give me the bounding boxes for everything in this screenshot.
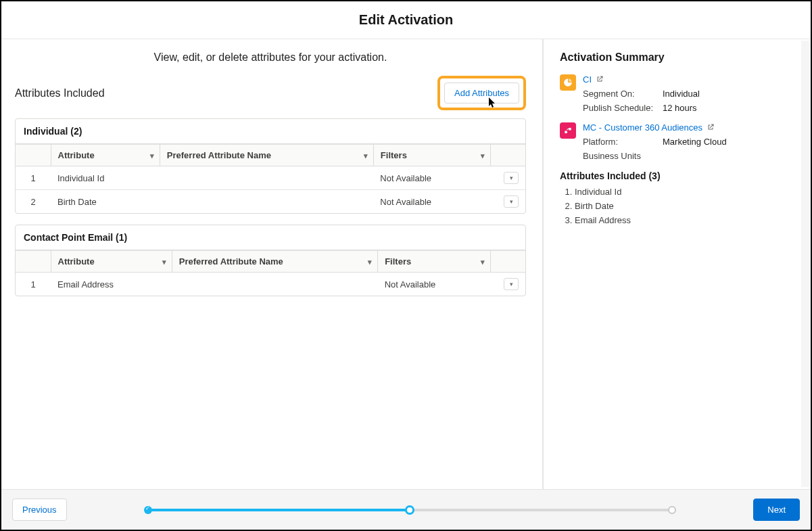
row-actions-menu[interactable]: ▾ xyxy=(504,195,519,208)
group-title: Individual (2) xyxy=(16,119,525,144)
ci-link[interactable]: CI xyxy=(583,74,604,85)
progress-indicator xyxy=(148,505,673,515)
chevron-down-icon[interactable]: ▾ xyxy=(162,257,166,266)
col-num xyxy=(16,145,51,166)
scrollbar[interactable] xyxy=(801,41,809,487)
attr-filters: Not Available xyxy=(378,273,490,296)
col-filters-label: Filters xyxy=(381,150,407,160)
publish-schedule-label: Publish Schedule: xyxy=(583,103,663,113)
chevron-down-icon[interactable]: ▾ xyxy=(481,257,485,266)
publish-schedule-value: 12 hours xyxy=(663,103,697,113)
row-actions-menu[interactable]: ▾ xyxy=(504,172,519,184)
attr-name: Birth Date xyxy=(51,190,160,214)
chevron-down-icon[interactable]: ▾ xyxy=(364,151,368,160)
group-title: Contact Point Email (1) xyxy=(16,225,525,250)
col-attribute[interactable]: Attribute ▾ xyxy=(51,145,160,166)
main-panel: View, edit, or delete attributes for you… xyxy=(1,39,544,489)
col-filters-label: Filters xyxy=(385,256,411,267)
attr-filters: Not Available xyxy=(373,190,490,214)
attr-name: Email Address xyxy=(51,273,172,296)
modal-header: Edit Activation xyxy=(1,1,811,39)
progress-fill xyxy=(148,509,410,511)
segment-on-label: Segment On: xyxy=(583,89,663,99)
col-attribute-label: Attribute xyxy=(58,256,95,267)
attributes-table: Attribute ▾ Preferred Attribute Name ▾ F… xyxy=(16,144,525,213)
ci-link-label: CI xyxy=(583,74,592,85)
summary-card-ci: CI Segment On: Individual Publish Schedu… xyxy=(560,74,794,113)
target-icon xyxy=(560,122,576,139)
col-attribute-label: Attribute xyxy=(58,150,95,160)
col-num xyxy=(16,251,51,273)
col-preferred-name[interactable]: Preferred Attribute Name ▾ xyxy=(172,251,377,273)
row-actions-menu[interactable]: ▾ xyxy=(504,278,519,290)
business-units-label: Business Units xyxy=(583,151,663,161)
mc-link[interactable]: MC - Customer 360 Audiences xyxy=(583,122,715,133)
platform-label: Platform: xyxy=(583,137,663,147)
main-description: View, edit, or delete attributes for you… xyxy=(15,51,526,64)
attr-name: Individual Id xyxy=(51,166,160,190)
list-item: Email Address xyxy=(575,215,794,225)
external-link-icon xyxy=(596,75,604,85)
chevron-down-icon[interactable]: ▾ xyxy=(368,257,372,266)
sidebar-title: Activation Summary xyxy=(560,51,794,64)
attr-pref xyxy=(172,273,377,296)
footer-bar: Previous Next xyxy=(1,489,811,530)
attr-pref xyxy=(160,166,373,190)
next-button[interactable]: Next xyxy=(753,499,800,521)
attribute-group-individual: Individual (2) Attribute ▾ Preferred Att… xyxy=(15,118,526,214)
row-num: 1 xyxy=(16,166,51,190)
col-attribute[interactable]: Attribute ▾ xyxy=(51,251,172,273)
mc-link-label: MC - Customer 360 Audiences xyxy=(583,122,702,133)
content-area: View, edit, or delete attributes for you… xyxy=(1,39,811,489)
sidebar-panel: Activation Summary CI Segment On: Indivi… xyxy=(544,39,811,489)
row-num: 1 xyxy=(16,273,51,296)
platform-value: Marketing Cloud xyxy=(663,137,727,147)
modal-title: Edit Activation xyxy=(359,12,453,28)
table-row: 1 Individual Id Not Available ▾ xyxy=(16,166,525,190)
attributes-header-row: Attributes Included Add Attributes xyxy=(15,76,526,110)
summary-card-mc: MC - Customer 360 Audiences Platform: Ma… xyxy=(560,122,794,161)
col-actions xyxy=(490,145,525,166)
add-attributes-highlight: Add Attributes xyxy=(437,76,526,110)
segment-on-value: Individual xyxy=(663,89,700,99)
col-preferred-label: Preferred Attribute Name xyxy=(167,150,271,160)
chevron-down-icon[interactable]: ▾ xyxy=(150,151,154,160)
progress-step-future[interactable] xyxy=(668,506,676,514)
progress-step-done[interactable] xyxy=(144,506,152,514)
col-filters[interactable]: Filters ▾ xyxy=(378,251,490,273)
col-preferred-name[interactable]: Preferred Attribute Name ▾ xyxy=(160,145,373,166)
list-item: Birth Date xyxy=(575,201,794,211)
add-attributes-button[interactable]: Add Attributes xyxy=(444,83,519,103)
table-row: 2 Birth Date Not Available ▾ xyxy=(16,190,525,214)
attributes-table: Attribute ▾ Preferred Attribute Name ▾ F… xyxy=(16,250,525,296)
previous-button[interactable]: Previous xyxy=(12,499,67,521)
attribute-group-contact-point-email: Contact Point Email (1) Attribute ▾ Pref… xyxy=(15,225,526,296)
col-preferred-label: Preferred Attribute Name xyxy=(179,256,283,267)
sidebar-attributes-list: Individual Id Birth Date Email Address xyxy=(560,187,794,225)
sidebar-attributes-title: Attributes Included (3) xyxy=(560,170,794,181)
segment-icon xyxy=(560,74,576,91)
external-link-icon xyxy=(707,123,715,133)
attr-filters: Not Available xyxy=(373,166,490,190)
list-item: Individual Id xyxy=(575,187,794,197)
col-filters[interactable]: Filters ▾ xyxy=(373,145,490,166)
col-actions xyxy=(490,251,525,273)
progress-step-current[interactable] xyxy=(405,505,414,515)
attr-pref xyxy=(160,190,373,214)
chevron-down-icon[interactable]: ▾ xyxy=(481,151,485,160)
attributes-included-title: Attributes Included xyxy=(15,87,105,99)
table-row: 1 Email Address Not Available ▾ xyxy=(16,273,525,296)
row-num: 2 xyxy=(16,190,51,214)
